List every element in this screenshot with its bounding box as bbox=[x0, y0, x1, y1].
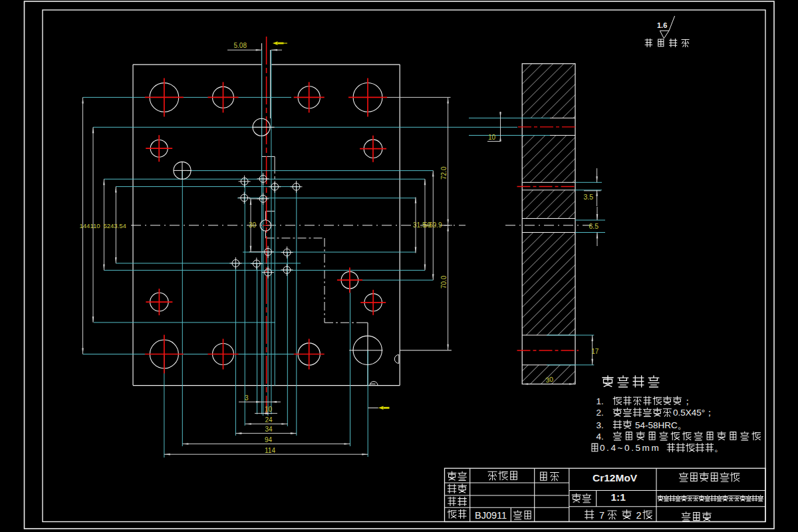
svg-text:144: 144 bbox=[80, 222, 90, 229]
svg-text:24: 24 bbox=[265, 416, 273, 424]
svg-text:0.5X45°；: 0.5X45°； bbox=[673, 408, 714, 418]
svg-text:3: 3 bbox=[245, 394, 249, 402]
svg-text:2.: 2. bbox=[597, 408, 604, 418]
svg-text:114: 114 bbox=[265, 447, 275, 454]
svg-text:60.9: 60.9 bbox=[429, 221, 442, 229]
svg-text:72.0: 72.0 bbox=[440, 166, 448, 180]
svg-text:7: 7 bbox=[599, 510, 604, 521]
svg-text:。: 。 bbox=[714, 443, 724, 453]
svg-text:Cr12MoV: Cr12MoV bbox=[593, 472, 638, 483]
svg-text:30: 30 bbox=[249, 221, 257, 229]
svg-text:70.0: 70.0 bbox=[440, 275, 448, 289]
svg-text:10: 10 bbox=[488, 134, 496, 141]
svg-text:2: 2 bbox=[636, 510, 642, 521]
svg-text:1:1: 1:1 bbox=[611, 491, 626, 503]
svg-text:30: 30 bbox=[545, 375, 554, 384]
svg-text:BJ0911: BJ0911 bbox=[475, 510, 507, 521]
svg-text:17: 17 bbox=[591, 348, 599, 355]
svg-text:43.54: 43.54 bbox=[110, 222, 126, 229]
svg-text:4.: 4. bbox=[597, 432, 604, 442]
svg-text:10: 10 bbox=[265, 406, 273, 413]
svg-text:0.4~0.5mm: 0.4~0.5mm bbox=[600, 443, 660, 453]
svg-text:54-58HRC。: 54-58HRC。 bbox=[635, 420, 686, 430]
svg-text:1.: 1. bbox=[597, 396, 604, 406]
svg-text:3.5: 3.5 bbox=[584, 193, 594, 201]
svg-text:6.5: 6.5 bbox=[589, 222, 599, 230]
svg-text:110: 110 bbox=[90, 222, 100, 229]
svg-text:；: ； bbox=[683, 396, 692, 406]
svg-text:34: 34 bbox=[265, 426, 273, 433]
svg-text:1.6: 1.6 bbox=[657, 21, 667, 29]
svg-text:94: 94 bbox=[265, 436, 273, 444]
svg-text:52: 52 bbox=[104, 222, 111, 229]
svg-text:5.08: 5.08 bbox=[234, 42, 247, 49]
svg-text:3.: 3. bbox=[597, 420, 604, 430]
